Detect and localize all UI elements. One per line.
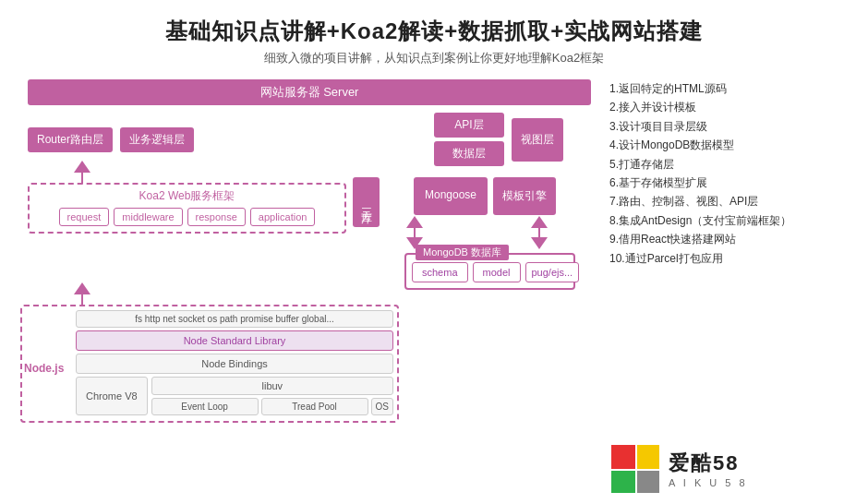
page-subtitle: 细致入微的项目讲解，从知识点到案例让你更好地理解Koa2框架 [18, 50, 850, 66]
middleware-box: middleware [114, 208, 182, 226]
row1: Router路由层 业务逻辑层 API层 数据层 视图层 [28, 113, 563, 166]
schema-box: schema [412, 262, 468, 282]
koa2-title: Koa2 Web服务框架 [35, 188, 339, 204]
koa2-section: Koa2 Web服务框架 request middleware response… [28, 183, 346, 234]
mongodb-label: MongoDB 数据库 [416, 245, 509, 260]
arrow-nodejs [74, 282, 90, 306]
server-box: 网站服务器 Server [28, 79, 591, 105]
mongo-template-row: Mongoose 模板引擎 [414, 177, 556, 215]
page-title: 基础知识点讲解+Koa2解读+数据抓取+实战网站搭建 [18, 17, 850, 46]
list-item: 8.集成AntDesign（支付宝前端框架） [609, 211, 794, 230]
svg-marker-2 [611, 471, 635, 493]
logo-text: 爱酷58 A I K U 5 8 [669, 450, 748, 488]
list-item: 3.设计项目目录层级 [609, 117, 794, 136]
diagram-area: 网站服务器 Server Router路由层 业务逻辑层 API层 数据层 [18, 79, 600, 467]
nodejs-section: fs http net socket os path promise buffe… [20, 305, 399, 423]
triangle-up-2 [74, 282, 90, 294]
data-box: 数据层 [434, 141, 504, 166]
response-box: response [187, 208, 246, 226]
tread-pool-box: Tread Pool [261, 398, 368, 415]
bindings-box: Node Bindings [76, 354, 393, 374]
vline-mongo [414, 228, 416, 237]
list-item: 6.基于存储模型扩展 [609, 174, 794, 192]
main-container: 基础知识点讲解+Koa2解读+数据抓取+实战网站搭建 细致入微的项目讲解，从知识… [0, 0, 868, 504]
std-lib-box: Node Standard Library [76, 330, 393, 351]
content-area: 网站服务器 Server Router路由层 业务逻辑层 API层 数据层 [18, 79, 850, 495]
fs-row: fs http net socket os path promise buffe… [76, 310, 393, 328]
svg-marker-0 [611, 445, 635, 469]
mongoose-box: Mongoose [414, 177, 488, 215]
model-box: model [473, 262, 521, 282]
svg-marker-3 [637, 471, 659, 493]
view-box: 视图层 [512, 118, 563, 162]
list-item: 1.返回特定的HTML源码 [609, 79, 794, 98]
pug-box: pug/ejs... [525, 262, 580, 282]
logo-area: 爱酷58 A I K U 5 8 [609, 434, 794, 495]
libuv-title: libuv [151, 377, 393, 395]
triangle-up-view [531, 216, 548, 228]
right-panel: 1.返回特定的HTML源码 2.接入并设计模板 3.设计项目目录层级 4.设计M… [609, 79, 794, 495]
chrome-libuv-row: Chrome V8 libuv Event Loop Tread Pool [76, 377, 393, 415]
mongodb-section: MongoDB 数据库 schema model pug/ejs... [404, 253, 575, 290]
libuv-items: Event Loop Tread Pool OS [151, 398, 393, 415]
list-item: 9.借用React快速搭建网站 [609, 230, 794, 248]
arrow-koa2 [74, 161, 90, 184]
triangle-up-1 [74, 161, 90, 173]
application-box: application [250, 208, 316, 226]
list-item: 10.通过Parcel打包应用 [609, 249, 794, 268]
os-box: OS [371, 398, 393, 415]
list-item: 7.路由、控制器、视图、API层 [609, 192, 794, 210]
logo-latin: A I K U 5 8 [669, 477, 748, 488]
vline-view [538, 228, 540, 237]
koa2-items: request middleware response application [35, 208, 339, 226]
nodejs-label: Node.js [24, 362, 64, 375]
list-item: 4.设计MongoDB数据模型 [609, 136, 794, 154]
list-container: 1.返回特定的HTML源码 2.接入并设计模板 3.设计项目目录层级 4.设计M… [609, 79, 794, 268]
logo-icon [609, 443, 661, 495]
list-item: 5.打通存储层 [609, 155, 794, 174]
event-loop-box: Event Loop [151, 398, 259, 415]
biz-box: 业务逻辑层 [120, 127, 194, 152]
arrow-view [531, 216, 548, 249]
api-data-col: API层 数据层 [434, 113, 504, 166]
list-item: 2.接入并设计模板 [609, 98, 794, 116]
api-box: API层 [434, 113, 504, 138]
triangle-up-mongo [406, 216, 423, 228]
router-box: Router路由层 [28, 127, 113, 152]
triangle-down-view [531, 237, 548, 249]
svg-marker-1 [637, 445, 659, 469]
mongodb-items: schema model pug/ejs... [412, 262, 568, 282]
libuv-col: libuv Event Loop Tread Pool OS [151, 377, 393, 415]
template-box: 模板引擎 [493, 177, 556, 215]
sanfang-box: 三方库 [353, 177, 380, 227]
chrome-v8-box: Chrome V8 [76, 377, 148, 415]
logo-chinese: 爱酷58 [669, 450, 748, 477]
request-box: request [59, 208, 110, 226]
